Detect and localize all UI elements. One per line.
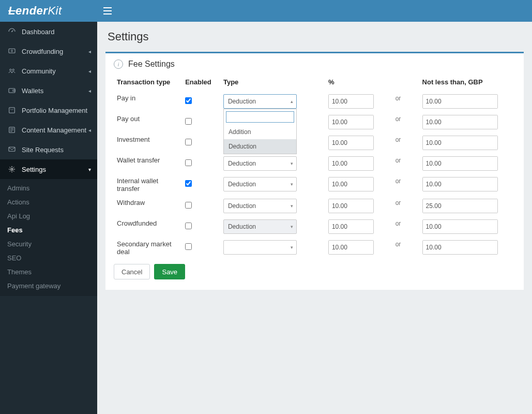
or-label: or [396,196,401,206]
enabled-checkbox[interactable] [185,223,192,229]
sidebar-item-label: Settings [22,166,46,173]
subnav-item-themes[interactable]: Themes [0,265,97,279]
percent-input-group: % [328,199,374,213]
type-select[interactable]: Deduction▾ [223,156,297,171]
dashboard-icon [7,27,17,36]
svg-rect-5 [9,88,15,93]
type-dropdown-search[interactable] [226,111,294,123]
type-dropdown: AdditionDeduction [223,109,297,154]
panel-header: i Fee Settings [114,60,515,69]
transaction-type-label: Pay in [114,91,182,112]
gbp-input[interactable] [423,178,498,191]
cancel-button[interactable]: Cancel [114,264,150,279]
enabled-checkbox[interactable] [185,180,192,187]
col-type: Type [220,74,325,91]
gbp-input[interactable] [423,95,498,108]
type-select[interactable]: ▾ [223,240,297,255]
subnav-item-admins[interactable]: Admins [0,181,97,195]
type-select-value: Deduction [228,223,256,230]
enabled-checkbox[interactable] [185,159,192,166]
type-select-value: Deduction [228,202,256,210]
svg-rect-6 [13,90,15,92]
enabled-checkbox[interactable] [185,139,192,145]
save-button[interactable]: Save [154,264,185,279]
menu-toggle-button[interactable] [97,0,118,22]
settings-subnav: AdminsActionsApi LogFeesSecuritySEOTheme… [0,179,97,296]
percent-input[interactable] [329,136,374,150]
table-row: CrowdfundedDeduction▾%or£ [114,216,515,237]
percent-input[interactable] [329,241,374,254]
sidebar-item-label: Portfolio Management [22,107,87,114]
percent-input-group: % [328,177,374,191]
enabled-checkbox[interactable] [185,97,192,104]
type-option-addition[interactable]: Addition [224,125,296,139]
percent-input[interactable] [329,220,374,233]
crowdfunding-icon [7,47,17,56]
percent-input[interactable] [329,157,374,170]
gbp-input[interactable] [423,115,498,129]
sidebar-item-crowdfunding[interactable]: Crowdfunding◂ [0,41,97,61]
table-row: Internal wallet transferDeduction▾%or£ [114,174,515,196]
sidebar-item-label: Site Requests [22,146,64,154]
transaction-type-label: Pay out [114,112,182,132]
percent-input[interactable] [329,199,374,213]
sidebar-item-settings[interactable]: Settings▾ [0,159,97,179]
sidebar-item-portfolio-management[interactable]: Portfolio Management [0,100,97,120]
or-label: or [396,112,401,123]
sidebar-item-site-requests[interactable]: Site Requests [0,140,97,159]
gbp-input[interactable] [423,136,498,150]
panel-title: Fee Settings [128,60,175,69]
gbp-input[interactable] [423,220,498,233]
sidebar-item-content-management[interactable]: Content Management◂ [0,120,97,140]
svg-rect-7 [9,108,15,113]
transaction-type-label: Internal wallet transfer [114,174,182,196]
type-select[interactable]: Deduction▴AdditionDeduction [223,94,297,109]
sidebar: DashboardCrowdfunding◂Community◂Wallets◂… [0,22,97,414]
gbp-input[interactable] [423,241,498,254]
subnav-item-api-log[interactable]: Api Log [0,209,97,223]
type-select[interactable]: Deduction▾ [223,199,297,213]
transaction-type-label: Crowdfunded [114,216,182,237]
transaction-type-label: Investment [114,132,182,153]
subnav-item-fees[interactable]: Fees [0,223,97,237]
wallets-icon [7,86,17,95]
subnav-item-payment-gateway[interactable]: Payment gateway [0,279,97,293]
percent-input-group: % [328,240,374,255]
percent-input[interactable] [329,95,374,108]
chevron-left-icon: ◂ [88,127,91,133]
chevron-left-icon: ◂ [88,88,91,94]
enabled-checkbox[interactable] [185,202,192,209]
brand-logo: LenderKit [0,0,97,22]
enabled-checkbox[interactable] [185,118,192,125]
gbp-input-group: £ [422,156,498,171]
percent-input-group: % [328,136,374,150]
gbp-input-group: £ [422,240,498,255]
subnav-item-seo[interactable]: SEO [0,251,97,265]
type-select-value: Deduction [228,160,256,167]
or-label: or [396,92,401,102]
gbp-input-group: £ [422,199,498,213]
subnav-item-security[interactable]: Security [0,237,97,251]
gbp-input[interactable] [423,199,498,213]
type-select[interactable]: Deduction▾ [223,219,297,234]
chevron-down-icon: ▾ [88,167,91,172]
type-select[interactable]: Deduction▾ [223,177,297,191]
gbp-input-group: £ [422,136,498,150]
svg-point-3 [10,69,11,70]
sidebar-item-dashboard[interactable]: Dashboard [0,22,97,41]
gbp-input-group: £ [422,115,498,129]
button-row: Cancel Save [114,264,515,279]
percent-input[interactable] [329,115,374,129]
site-requests-icon [7,145,17,154]
percent-input[interactable] [329,178,374,191]
sidebar-item-wallets[interactable]: Wallets◂ [0,81,97,100]
percent-input-group: % [328,115,374,129]
sidebar-item-community[interactable]: Community◂ [0,61,97,81]
enabled-checkbox[interactable] [185,243,192,250]
type-option-deduction[interactable]: Deduction [224,139,296,154]
gbp-input[interactable] [423,157,498,170]
or-label: or [396,154,401,164]
subnav-item-actions[interactable]: Actions [0,195,97,209]
table-row: Secondary market deal▾%or£ [114,237,515,259]
type-select-value: Deduction [228,98,256,105]
